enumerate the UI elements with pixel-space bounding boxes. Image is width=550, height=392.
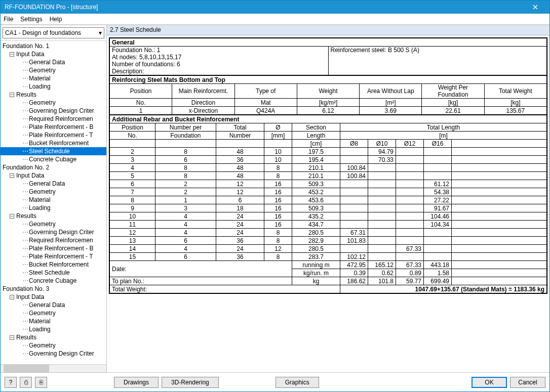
tree-node[interactable]: ⋯Governing Design Criter [1, 228, 106, 236]
drawings-button[interactable]: Drawings [114, 377, 159, 388]
tree-node[interactable]: ⋯Geometry [1, 309, 106, 317]
tree-node[interactable]: ⋯Loading [1, 204, 106, 212]
tree-node[interactable]: ⋯Plate Reinforcement - T [1, 252, 106, 260]
tree-node[interactable]: ⋯Loading [1, 82, 106, 91]
table-row: 48488210.1100.84 [110, 164, 547, 172]
tree-node[interactable]: ⋯Plate Reinforcement - B [1, 123, 106, 131]
mats-table: Reinforcing Steel Mats Bottom and Top Po… [109, 75, 547, 115]
tree-node[interactable]: ⋯Steel Schedule [1, 269, 106, 277]
tree-node[interactable]: ⋯Concrete Cubage [1, 277, 106, 285]
nav-tree[interactable]: Foundation No. 1 −Input Data ⋯General Da… [1, 40, 106, 364]
section-general: General [110, 38, 547, 47]
cancel-button[interactable]: Cancel [510, 377, 545, 388]
close-button[interactable] [525, 1, 545, 14]
content-area: General Foundation No.: 1 At nodes: 5,8,… [107, 35, 549, 372]
export-button[interactable]: ⎘ [35, 377, 47, 388]
tree-node[interactable]: ⋯Governing Design Criter [1, 107, 106, 115]
table-row: 1442412280.567.33 [110, 245, 547, 253]
chevron-down-icon: ▾ [99, 29, 102, 36]
table-row: 1x-DirectionQ424A 6.123.6922.61135.67 [110, 107, 547, 115]
general-left: Foundation No.: 1 At nodes: 5,8,10,13,15… [110, 47, 329, 75]
tree-node[interactable]: ⋯Bucket Reinforcement [1, 260, 106, 269]
body: CA1 - Design of foundations ▾ Foundation… [1, 25, 549, 372]
tree-node[interactable]: −Results [1, 212, 106, 220]
table-row: 931816509.391.67 [110, 204, 547, 212]
tree-node[interactable]: ⋯Geometry [1, 66, 106, 74]
menu-file[interactable]: File [4, 16, 13, 23]
table-row: 621216509.361.12 [110, 180, 547, 188]
table-row: 124248280.567.31 [110, 229, 547, 237]
tree-node[interactable]: ⋯Plate Reinforcement - B [1, 244, 106, 252]
tree-node[interactable]: ⋯Plate Reinforcement - T [1, 131, 106, 139]
tree-node[interactable]: ⋯Geometry [1, 341, 106, 350]
tree-node[interactable]: −Input Data [1, 50, 106, 58]
tree-node[interactable]: ⋯Material [1, 74, 106, 82]
render-button[interactable]: 3D-Rendering [162, 377, 219, 388]
case-combo-value: CA1 - Design of foundations [5, 29, 81, 36]
tree-node[interactable]: ⋯Material [1, 196, 106, 204]
graphics-button[interactable]: Graphics [276, 377, 319, 388]
tree-node[interactable]: ⋯Geometry [1, 99, 106, 107]
tree-node[interactable]: −Input Data [1, 293, 106, 301]
tree-node[interactable]: ⋯General Data [1, 58, 106, 66]
section-mats: Reinforcing Steel Mats Bottom and Top [110, 76, 547, 84]
close-icon [533, 5, 538, 10]
ok-button[interactable]: OK [472, 377, 507, 388]
tree-node[interactable]: ⋯Loading [1, 325, 106, 333]
export-icon: ⎘ [40, 379, 43, 386]
titlebar: RF-FOUNDATION Pro - [structure] [1, 1, 549, 14]
tree-node[interactable]: −Input Data [1, 171, 106, 180]
footer: ? ⎙ ⎘ Drawings 3D-Rendering Graphics OK … [1, 372, 549, 391]
menu-help[interactable]: Help [50, 16, 62, 23]
general-right: Reinforcement steel: B 500 S (A) [328, 47, 547, 75]
menu-settings[interactable]: Settings [20, 16, 42, 23]
table-row: 156368283.7102.12 [110, 253, 547, 261]
print-icon: ⎙ [24, 379, 28, 386]
total-weight: 1047.69+135.67 (Standard Mats) = 1183.36… [340, 285, 547, 293]
tree-node[interactable]: ⋯General Data [1, 301, 106, 309]
tree-node[interactable]: ⋯Material [1, 317, 106, 325]
help-icon: ? [9, 379, 13, 386]
tree-node[interactable]: Foundation No. 3 [1, 285, 106, 293]
left-panel: CA1 - Design of foundations ▾ Foundation… [1, 25, 107, 372]
general-table: General Foundation No.: 1 At nodes: 5,8,… [109, 38, 547, 75]
report: General Foundation No.: 1 At nodes: 5,8,… [109, 37, 547, 294]
table-row: 1142416434.7104.34 [110, 221, 547, 229]
table-row: 363610195.470.33 [110, 156, 547, 164]
tree-node[interactable]: ⋯Concrete Cubage [1, 155, 106, 163]
table-row: 58488210.1100.84 [110, 172, 547, 180]
scrollbar-thumb[interactable] [4, 365, 49, 372]
table-row: 721216453.254.38 [110, 188, 547, 196]
help-button[interactable]: ? [5, 377, 17, 388]
tree-node-selected[interactable]: ⋯Steel Schedule [1, 147, 106, 155]
tree-node[interactable]: Foundation No. 2 [1, 163, 106, 171]
tree-node[interactable]: ⋯Required Reinforcemen [1, 236, 106, 244]
rebar-table: Additional Rebar and Bucket Reinforcemen… [109, 115, 547, 293]
tree-node[interactable]: Foundation No. 1 [1, 42, 106, 50]
table-row: 1042416435.2104.46 [110, 212, 547, 221]
section-rebar: Additional Rebar and Bucket Reinforcemen… [110, 115, 547, 123]
window-title: RF-FOUNDATION Pro - [structure] [5, 4, 98, 11]
table-row: 136368282.9101.83 [110, 237, 547, 245]
tree-node[interactable]: ⋯General Data [1, 180, 106, 188]
tree-node[interactable]: ⋯Required Reinforcemen [1, 115, 106, 123]
tree-node[interactable]: ⋯Geometry [1, 220, 106, 228]
table-row: 81616453.627.22 [110, 196, 547, 204]
tree-h-scrollbar[interactable] [1, 364, 106, 372]
right-panel: 2.7 Steel Schedule General Foundation No… [107, 25, 549, 372]
menubar: File Settings Help [1, 14, 549, 25]
table-row: 284810197.594.79 [110, 148, 547, 156]
tree-node[interactable]: ⋯Governing Design Criter [1, 350, 106, 358]
tree-node[interactable]: ⋯Geometry [1, 188, 106, 196]
case-combo[interactable]: CA1 - Design of foundations ▾ [3, 27, 104, 38]
print-button[interactable]: ⎙ [20, 377, 32, 388]
tree-node[interactable]: −Results [1, 333, 106, 341]
app-window: RF-FOUNDATION Pro - [structure] File Set… [0, 0, 550, 392]
content-title: 2.7 Steel Schedule [107, 25, 549, 35]
tree-node[interactable]: −Results [1, 91, 106, 99]
tree-node[interactable]: ⋯Bucket Reinforcement [1, 139, 106, 147]
